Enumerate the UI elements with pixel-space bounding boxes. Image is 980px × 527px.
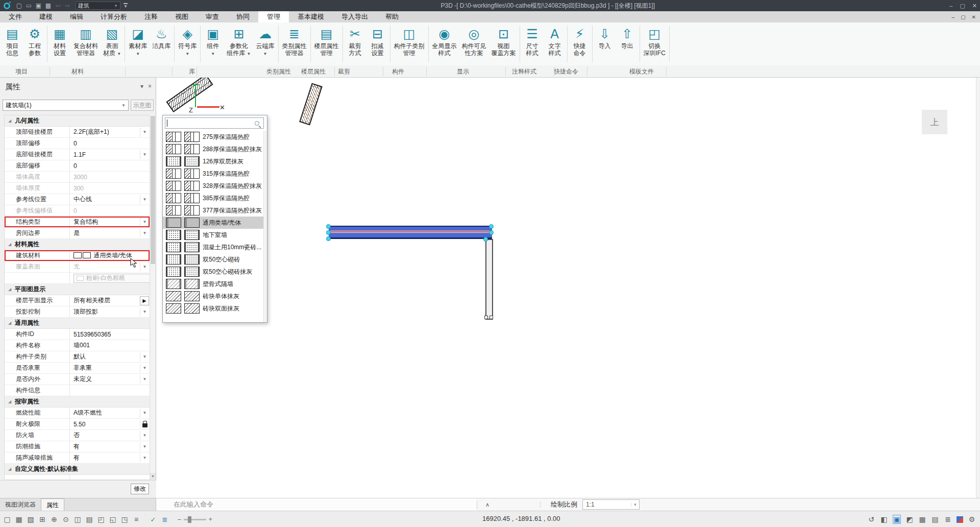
dropdown-arrow-icon[interactable]: ▼: [140, 375, 149, 384]
undo-icon[interactable]: ⇦: [54, 2, 62, 9]
ribbon-button-cloud-library[interactable]: ☁云端库▼: [254, 23, 277, 65]
material-item[interactable]: 275厚保温隔热腔: [163, 131, 264, 143]
material-item[interactable]: 壁骨式隔墙: [163, 278, 264, 290]
material-item[interactable]: 地下室墙: [163, 229, 264, 241]
property-value[interactable]: 中心线: [70, 195, 140, 204]
finish-button[interactable]: 粉刷-白色粗糙: [74, 274, 150, 283]
property-value[interactable]: 未定义: [70, 375, 140, 384]
menu-tab-审查[interactable]: 审查: [197, 11, 228, 22]
command-input[interactable]: 在此输入命令: [156, 498, 477, 511]
material-item[interactable]: 砖块单体抹灰: [163, 290, 264, 302]
property-value[interactable]: 墙001: [70, 341, 150, 350]
material-item[interactable]: 双50空心砌砖抹灰: [163, 266, 264, 278]
material-search-input[interactable]: [167, 118, 255, 128]
canvas-scrollbar[interactable]: [976, 78, 980, 498]
layout-icon[interactable]: ▦: [15, 515, 23, 523]
zoom-out-icon[interactable]: –: [178, 516, 181, 523]
ribbon-button-sanitary-library[interactable]: ♨洁具库: [150, 23, 173, 65]
toolbar-customize-icon[interactable]: ▼: [124, 3, 128, 9]
dropdown-arrow-icon[interactable]: ▼: [140, 453, 149, 463]
property-value[interactable]: 3000: [70, 174, 150, 181]
ribbon-button-parametric-component-library[interactable]: ⊞参数化组件库 ▼: [224, 23, 253, 65]
panel-tab-视图浏览器[interactable]: 视图浏览器: [0, 498, 41, 511]
selected-wall-horizontal[interactable]: [329, 226, 492, 239]
save-icon[interactable]: ▣: [34, 2, 43, 9]
redo-icon[interactable]: ⇨: [63, 2, 72, 9]
dropdown-arrow-icon[interactable]: ▼: [140, 218, 149, 227]
section-expand-icon[interactable]: ◢: [5, 321, 15, 325]
ribbon-button-view-override-scheme[interactable]: ⊡视图覆盖方案: [489, 23, 519, 65]
property-value[interactable]: 无: [70, 262, 140, 271]
grid-small-icon[interactable]: ▦: [918, 515, 926, 523]
dropdown-arrow-icon[interactable]: ▼: [140, 431, 149, 440]
orbit-icon[interactable]: ⊙: [62, 515, 70, 523]
material-item[interactable]: 混凝土用10mm瓷砖...: [163, 241, 264, 253]
pin-icon[interactable]: ▾: [140, 83, 143, 90]
view-orientation-button[interactable]: 上: [922, 110, 947, 134]
ribbon-button-quick-command[interactable]: ⚡快捷命令: [569, 23, 591, 65]
new-file-icon[interactable]: ▢: [15, 2, 23, 9]
doc-close-button[interactable]: ✕: [972, 14, 976, 20]
material-item[interactable]: 砖块双面抹灰: [163, 302, 264, 315]
draw-scale-combo[interactable]: 1:1 ▼: [582, 499, 640, 510]
property-value[interactable]: 是: [70, 229, 140, 237]
modify-button[interactable]: 修改: [131, 484, 149, 494]
menu-tab-编辑[interactable]: 编辑: [61, 11, 92, 22]
property-value[interactable]: 粉刷-白色粗糙: [70, 274, 150, 283]
ribbon-button-project-info[interactable]: ▤项目信息: [1, 23, 23, 65]
ribbon-button-deduction-settings[interactable]: ⊟扣减设置: [366, 23, 389, 65]
section-header[interactable]: ◢几何属性: [5, 115, 150, 127]
section-header[interactable]: ◢报审属性: [5, 396, 150, 408]
ribbon-button-global-display-style[interactable]: ◉全局显示样式: [430, 23, 459, 65]
ribbon-button-category-property-manager[interactable]: ≣类别属性管理器: [280, 23, 309, 65]
ribbon-button-material-settings[interactable]: ▦材料设置: [48, 23, 71, 65]
section-expand-icon[interactable]: ◢: [5, 467, 15, 471]
ribbon-button-crop-mode[interactable]: ✂裁剪方式: [344, 23, 366, 65]
ribbon-button-component-visibility-scheme[interactable]: ◎构件可见性方案: [459, 23, 489, 65]
property-value[interactable]: 300: [70, 185, 150, 192]
menu-tab-管理[interactable]: 管理: [258, 11, 289, 22]
menu-lines-icon[interactable]: ≡: [132, 515, 140, 523]
menu-tab-计算分析[interactable]: 计算分析: [92, 11, 136, 22]
rows-icon[interactable]: ▤: [931, 515, 939, 523]
schematic-button[interactable]: 示意图: [131, 100, 154, 111]
ribbon-button-switch-shenzhen-ifc[interactable]: ◰切换深圳IFC: [641, 23, 668, 65]
scrollbar-down-icon[interactable]: ▼: [150, 473, 156, 480]
wall-vertical[interactable]: [485, 239, 493, 320]
selection-type-combo[interactable]: 建筑墙(1) ▼: [3, 100, 129, 111]
app-logo-icon[interactable]: [4, 3, 10, 9]
corner-tr-icon[interactable]: ◳: [120, 515, 129, 523]
section-header[interactable]: ◢材料属性: [5, 239, 150, 250]
ribbon-button-component[interactable]: ▣组件▼: [202, 23, 224, 65]
ribbon-button-composite-material-manager[interactable]: ▥复合材料管理器: [71, 23, 101, 65]
section-expand-icon[interactable]: ◢: [5, 287, 15, 292]
wall-endpoint-handle[interactable]: [489, 316, 493, 319]
property-value[interactable]: 通用类墙/壳体: [70, 251, 150, 260]
wall-grip[interactable]: [483, 237, 488, 242]
section-header[interactable]: ◢自定义属性-默认标准集: [5, 464, 150, 475]
material-item[interactable]: 315厚保温隔热腔: [163, 167, 264, 180]
material-item[interactable]: 通用类墙/壳体: [163, 217, 264, 229]
property-value[interactable]: 顶部投影: [70, 307, 140, 316]
wall-grip[interactable]: [326, 224, 331, 229]
ribbon-button-floor-property-manager[interactable]: ▤楼层属性管理: [312, 23, 341, 65]
menu-tab-文件[interactable]: 文件: [0, 11, 31, 22]
wall-fragment-textured[interactable]: [299, 83, 323, 126]
hatch-view-icon[interactable]: ▧: [27, 515, 35, 523]
dropdown-arrow-icon[interactable]: ▼: [140, 409, 149, 418]
profile-combo[interactable]: 建筑 ▼: [76, 2, 120, 10]
wall-grip[interactable]: [326, 230, 331, 235]
split-view-icon[interactable]: ◫: [74, 515, 82, 523]
menu-tab-视图[interactable]: 视图: [166, 11, 197, 22]
minimize-button[interactable]: –: [949, 3, 952, 9]
property-value[interactable]: 否: [70, 431, 140, 440]
zoom-slider[interactable]: –+: [178, 516, 212, 523]
layers2-icon[interactable]: ≣: [944, 515, 952, 523]
flyout-arrow-icon[interactable]: ►: [140, 296, 149, 305]
material-item[interactable]: 288厚保温隔热腔抹灰: [163, 143, 264, 155]
menu-tab-基本建模[interactable]: 基本建模: [289, 11, 333, 22]
property-value[interactable]: 51539650365: [70, 331, 150, 338]
section-header[interactable]: ◢平面图显示: [5, 284, 150, 295]
pane-left-icon[interactable]: ◧: [880, 515, 888, 523]
wall-grip[interactable]: [326, 236, 331, 241]
